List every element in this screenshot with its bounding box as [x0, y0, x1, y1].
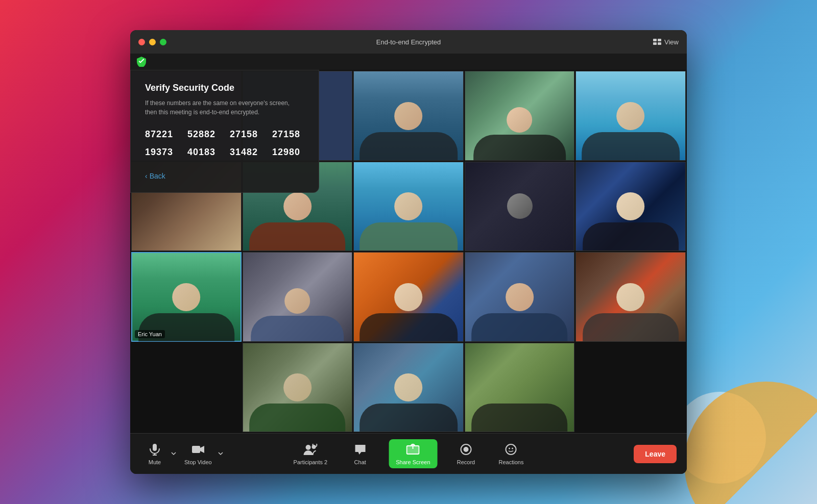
svg-rect-7 [192, 446, 200, 453]
participant-name-label: Eric Yuan [135, 330, 165, 338]
record-button[interactable]: Record [452, 439, 480, 468]
video-cell[interactable] [353, 252, 464, 342]
code-6: 40183 [187, 147, 220, 158]
video-cell[interactable] [353, 343, 464, 433]
microphone-icon [148, 442, 162, 457]
toolbar: Mute Stop Video [130, 433, 687, 474]
window-title: End-to-end Encrypted [376, 38, 441, 46]
mute-group: Mute [140, 439, 178, 468]
svg-point-16 [509, 448, 510, 449]
camera-icon [191, 442, 205, 457]
back-chevron-icon: ‹ [145, 172, 148, 180]
stop-video-button[interactable]: Stop Video [180, 439, 216, 468]
share-screen-icon [406, 442, 420, 457]
svg-point-8 [306, 445, 311, 450]
reactions-icon [504, 442, 518, 457]
video-cell[interactable] [465, 71, 575, 161]
security-title: Verify Security Code [145, 83, 304, 93]
back-button[interactable]: ‹ Back [145, 172, 165, 180]
video-cell[interactable] [575, 71, 686, 161]
video-cell[interactable] [465, 343, 575, 433]
svg-rect-1 [658, 39, 661, 41]
toolbar-left: Mute Stop Video [140, 439, 225, 468]
svg-rect-2 [653, 42, 657, 45]
code-2: 52882 [187, 129, 220, 140]
svg-rect-0 [653, 39, 657, 41]
share-screen-button[interactable]: Share Screen [389, 439, 437, 468]
svg-point-14 [464, 447, 469, 452]
maximize-button[interactable] [160, 39, 166, 45]
video-cell[interactable] [243, 343, 353, 433]
leave-button[interactable]: Leave [634, 445, 677, 463]
security-description: If these numbers are the same on everyon… [145, 98, 298, 117]
code-3: 27158 [230, 129, 262, 140]
grid-view-icon [653, 39, 661, 45]
security-panel: Verify Security Code If these numbers ar… [130, 70, 319, 193]
video-cell[interactable] [353, 71, 464, 161]
app-window: End-to-end Encrypted View Verify Securit… [130, 30, 687, 474]
code-4: 27158 [272, 129, 304, 140]
security-codes: 87221 52882 27158 27158 19373 40183 3148… [145, 129, 304, 158]
chat-button[interactable]: Chat [346, 439, 374, 468]
participants-button[interactable]: Participants 2 [290, 439, 332, 468]
video-group: Stop Video [180, 439, 225, 468]
toolbar-center: Participants 2 Chat [290, 439, 528, 468]
mute-button[interactable]: Mute [140, 439, 169, 468]
record-icon [459, 442, 473, 457]
reactions-button[interactable]: Reactions [495, 439, 528, 468]
chat-icon [353, 442, 367, 457]
svg-rect-4 [153, 444, 157, 451]
close-button[interactable] [138, 39, 145, 45]
svg-rect-3 [658, 42, 661, 45]
participants-icon [303, 442, 318, 457]
video-cell-eric-yuan[interactable]: Eric Yuan [131, 252, 242, 342]
video-cell[interactable] [465, 252, 575, 342]
code-1: 87221 [145, 129, 177, 140]
code-5: 19373 [145, 147, 177, 158]
video-cell[interactable] [465, 162, 575, 251]
code-8: 12980 [272, 147, 304, 158]
title-bar: End-to-end Encrypted View [130, 30, 687, 54]
code-7: 31482 [230, 147, 262, 158]
mute-caret-button[interactable] [169, 450, 178, 458]
minimize-button[interactable] [149, 39, 156, 45]
video-cell[interactable] [353, 162, 464, 251]
main-content: Verify Security Code If these numbers ar… [130, 70, 687, 433]
toolbar-right: Leave [634, 445, 677, 463]
window-controls [138, 39, 166, 45]
video-cell[interactable] [243, 252, 353, 342]
security-bar [130, 54, 687, 70]
view-control[interactable]: View [653, 38, 679, 46]
shield-icon [136, 57, 147, 67]
svg-point-17 [512, 448, 513, 449]
video-caret-button[interactable] [216, 450, 225, 458]
video-cell[interactable] [575, 162, 686, 251]
video-cell[interactable] [575, 252, 686, 342]
